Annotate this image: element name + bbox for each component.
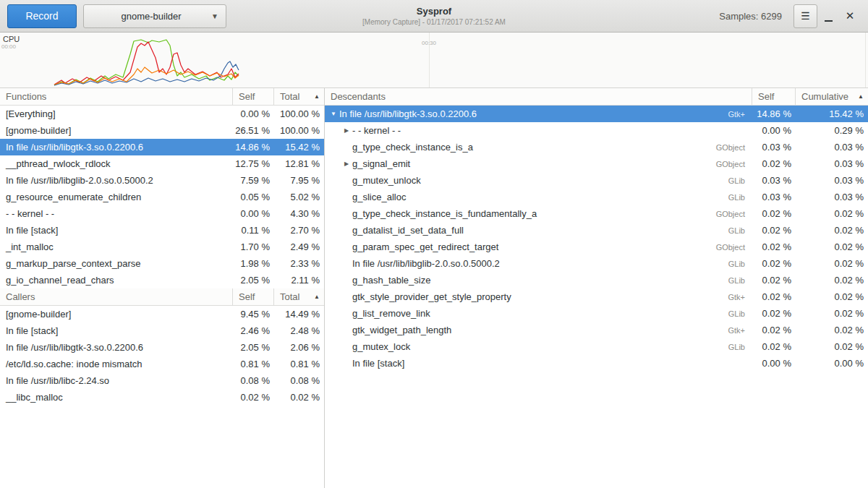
table-row[interactable]: __libc_malloc0.02 %0.02 % bbox=[0, 389, 324, 406]
cpu-red-line bbox=[54, 42, 239, 85]
total-value: 12.81 % bbox=[274, 158, 324, 169]
library-category: Gtk+ bbox=[722, 110, 752, 119]
column-header-cumulative-label: Cumulative bbox=[801, 91, 848, 102]
table-row[interactable]: In file /usr/lib/libglib-2.0.so.0.5000.2… bbox=[0, 172, 324, 189]
column-header-descendants[interactable]: Descendants bbox=[325, 88, 752, 105]
library-category: Gtk+ bbox=[722, 326, 752, 335]
table-row[interactable]: [gnome-builder]9.45 %14.49 % bbox=[0, 306, 324, 322]
tree-row[interactable]: g_mutex_lockGLib0.02 %0.02 % bbox=[325, 338, 868, 355]
library-category: GObject bbox=[710, 143, 752, 152]
total-value: 14.49 % bbox=[274, 309, 324, 320]
cumulative-value: 0.03 % bbox=[796, 142, 868, 153]
library-category: GLib bbox=[723, 176, 752, 185]
tree-row[interactable]: gtk_style_provider_get_style_propertyGtk… bbox=[325, 288, 868, 305]
cumulative-value: 0.02 % bbox=[796, 225, 868, 236]
self-value: 0.03 % bbox=[752, 142, 796, 153]
cumulative-value: 0.02 % bbox=[796, 291, 868, 302]
column-header-total[interactable]: Total ▲ bbox=[274, 288, 324, 305]
table-row[interactable]: In file /usr/lib/libgtk-3.so.0.2200.62.0… bbox=[0, 339, 324, 356]
table-row[interactable]: g_io_channel_read_chars2.05 %2.11 % bbox=[0, 272, 324, 288]
process-dropdown[interactable]: gnome-builder ▼ bbox=[83, 4, 226, 28]
cpu-blue-line bbox=[54, 61, 239, 85]
minimize-button[interactable] bbox=[817, 4, 839, 28]
library-category: GLib bbox=[723, 343, 752, 351]
total-value: 5.02 % bbox=[274, 192, 324, 202]
table-row[interactable]: In file [stack]2.46 %2.48 % bbox=[0, 322, 324, 339]
self-value: 0.02 % bbox=[752, 275, 796, 286]
tree-name-cell: ▶g_signal_emitGObject bbox=[325, 158, 752, 169]
total-value: 0.02 % bbox=[274, 392, 324, 403]
self-value: 0.02 % bbox=[233, 392, 274, 403]
function-name: In file /usr/lib/libc-2.24.so bbox=[0, 375, 233, 386]
function-name: In file /usr/lib/libglib-2.0.so.0.5000.2 bbox=[0, 175, 233, 186]
minimize-icon bbox=[825, 20, 833, 22]
tree-row[interactable]: g_param_spec_get_redirect_targetGObject0… bbox=[325, 239, 868, 255]
close-button[interactable]: ✕ bbox=[839, 4, 861, 28]
table-row[interactable]: In file /usr/lib/libc-2.24.so0.08 %0.08 … bbox=[0, 372, 324, 389]
tree-row[interactable]: ▼In file /usr/lib/libgtk-3.so.0.2200.6Gt… bbox=[325, 106, 868, 122]
chevron-down-icon: ▼ bbox=[211, 12, 218, 20]
function-name: g_markup_parse_context_parse bbox=[0, 258, 233, 269]
tree-row[interactable]: g_slice_allocGLib0.03 %0.03 % bbox=[325, 189, 868, 205]
left-panel: Functions Self Total ▲ [Everything]0.00 … bbox=[0, 88, 325, 488]
column-header-total-label: Total bbox=[280, 91, 299, 102]
total-value: 7.95 % bbox=[274, 175, 324, 186]
table-row[interactable]: [gnome-builder]26.51 %100.00 % bbox=[0, 122, 324, 139]
tree-name-cell: g_slice_allocGLib bbox=[325, 192, 752, 202]
total-value: 2.11 % bbox=[274, 275, 324, 286]
table-row[interactable]: __pthread_rwlock_rdlock12.75 %12.81 % bbox=[0, 155, 324, 172]
record-button[interactable]: Record bbox=[7, 4, 77, 28]
tree-name-cell: gtk_style_provider_get_style_propertyGtk… bbox=[325, 291, 752, 302]
functions-table: [Everything]0.00 %100.00 %[gnome-builder… bbox=[0, 106, 324, 288]
tree-row[interactable]: In file /usr/lib/libglib-2.0.so.0.5000.2… bbox=[325, 255, 868, 272]
column-header-self[interactable]: Self bbox=[233, 288, 274, 305]
table-row[interactable]: g_markup_parse_context_parse1.98 %2.33 % bbox=[0, 255, 324, 272]
tree-name-cell: ▶- - kernel - - bbox=[325, 125, 752, 136]
column-header-cumulative[interactable]: Cumulative ▲ bbox=[796, 88, 868, 105]
right-panel: Descendants Self Cumulative ▲ ▼In file /… bbox=[325, 88, 868, 488]
self-value: 14.86 % bbox=[233, 142, 274, 153]
tree-row[interactable]: g_datalist_id_set_data_fullGLib0.02 %0.0… bbox=[325, 222, 868, 239]
self-value: 0.02 % bbox=[752, 341, 796, 352]
tree-row[interactable]: g_hash_table_sizeGLib0.02 %0.02 % bbox=[325, 272, 868, 288]
column-header-self[interactable]: Self bbox=[233, 88, 274, 105]
expander-icon[interactable]: ▶ bbox=[341, 160, 352, 167]
tree-row[interactable]: ▶- - kernel - -0.00 %0.29 % bbox=[325, 122, 868, 139]
self-value: 0.81 % bbox=[233, 359, 274, 369]
cpu-timeline[interactable]: CPU 00:00 00:30 bbox=[0, 33, 868, 88]
self-value: 0.02 % bbox=[752, 308, 796, 319]
tree-row[interactable]: g_mutex_unlockGLib0.03 %0.03 % bbox=[325, 172, 868, 189]
cumulative-value: 0.02 % bbox=[796, 241, 868, 252]
total-value: 2.33 % bbox=[274, 258, 324, 269]
tree-row[interactable]: g_list_remove_linkGLib0.02 %0.02 % bbox=[325, 305, 868, 322]
tree-row[interactable]: ▶g_signal_emitGObject0.02 %0.03 % bbox=[325, 155, 868, 172]
tree-row[interactable]: g_type_check_instance_is_aGObject0.03 %0… bbox=[325, 139, 868, 155]
function-name: In file [stack] bbox=[352, 358, 404, 369]
self-value: 0.05 % bbox=[233, 192, 274, 202]
tree-row[interactable]: g_type_check_instance_is_fundamentally_a… bbox=[325, 205, 868, 222]
self-value: 0.02 % bbox=[752, 241, 796, 252]
expander-icon[interactable]: ▼ bbox=[328, 111, 339, 117]
library-category: GObject bbox=[710, 243, 752, 252]
self-value: 0.11 % bbox=[233, 225, 274, 236]
column-header-functions[interactable]: Functions bbox=[0, 88, 233, 105]
table-row[interactable]: /etc/ld.so.cache: inode mismatch0.81 %0.… bbox=[0, 356, 324, 372]
self-value: 7.59 % bbox=[233, 175, 274, 186]
expander-icon[interactable]: ▶ bbox=[341, 127, 352, 134]
table-row[interactable]: [Everything]0.00 %100.00 % bbox=[0, 106, 324, 122]
table-row[interactable]: _int_malloc1.70 %2.49 % bbox=[0, 239, 324, 255]
column-header-callers[interactable]: Callers bbox=[0, 288, 233, 305]
table-row[interactable]: In file [stack]0.11 %2.70 % bbox=[0, 222, 324, 239]
column-header-total[interactable]: Total ▲ bbox=[274, 88, 324, 105]
menu-button[interactable]: ☰ bbox=[793, 4, 817, 28]
samples-count: Samples: 6299 bbox=[719, 11, 782, 22]
table-row[interactable]: g_resource_enumerate_children0.05 %5.02 … bbox=[0, 189, 324, 205]
column-header-self[interactable]: Self bbox=[752, 88, 796, 105]
table-row[interactable]: In file /usr/lib/libgtk-3.so.0.2200.614.… bbox=[0, 139, 324, 155]
callers-table-header: Callers Self Total ▲ bbox=[0, 288, 324, 306]
tree-row[interactable]: In file [stack]0.00 %0.00 % bbox=[325, 355, 868, 372]
tree-row[interactable]: gtk_widget_path_lengthGtk+0.02 %0.02 % bbox=[325, 322, 868, 338]
hamburger-icon: ☰ bbox=[801, 10, 810, 22]
table-row[interactable]: - - kernel - -0.00 %4.30 % bbox=[0, 205, 324, 222]
main-area: Functions Self Total ▲ [Everything]0.00 … bbox=[0, 88, 868, 488]
